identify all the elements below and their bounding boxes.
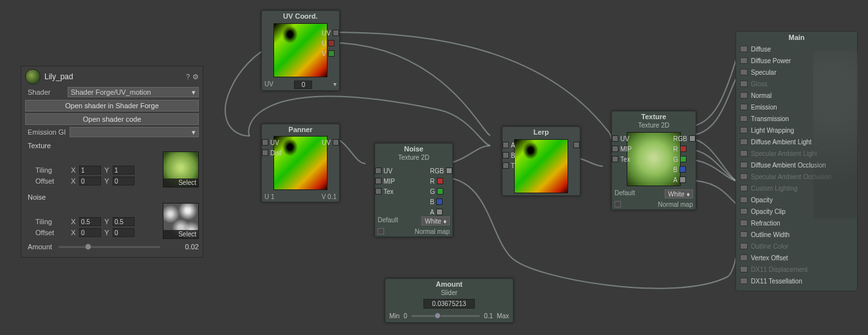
amount-value[interactable]: 0.02 <box>167 243 199 251</box>
node-texture[interactable]: Texture Texture 2D UV MIP Tex RGB R G B … <box>611 111 696 210</box>
main-input-light-wrapping[interactable]: Light Wrapping <box>736 124 857 136</box>
texture-offset-x[interactable] <box>79 177 101 186</box>
open-shader-code-button[interactable]: Open shader code <box>25 113 199 125</box>
port-pin[interactable] <box>740 92 748 99</box>
material-thumbnail[interactable] <box>25 69 41 84</box>
gear-icon[interactable]: ⚙ <box>192 73 199 81</box>
port-pin[interactable] <box>740 173 748 180</box>
main-input-opacity[interactable]: Opacity <box>736 194 857 206</box>
texture-normalmap-checkbox[interactable] <box>614 201 621 207</box>
main-input-gloss[interactable]: Gloss <box>736 78 857 90</box>
noise-default-select[interactable]: White♦ <box>421 216 450 225</box>
node-noise[interactable]: Noise Texture 2D UV MIP Tex RGB R G B A … <box>374 143 453 237</box>
open-in-forge-button[interactable]: Open shader in Shader Forge <box>25 100 199 111</box>
port-pin[interactable] <box>740 115 748 122</box>
amount-label: Amount <box>28 243 52 251</box>
help-icon[interactable]: ? <box>186 73 190 81</box>
port-pin[interactable] <box>740 127 748 133</box>
port-pin[interactable] <box>740 278 748 284</box>
material-name: Lily_pad <box>44 72 182 81</box>
node-amount[interactable]: Amount Slider 0.03675213 Min 0 0.1 Max <box>385 278 513 323</box>
main-input-refraction[interactable]: Refraction <box>736 217 857 229</box>
amount-max-field[interactable]: 0.1 <box>484 312 493 320</box>
port-pin[interactable] <box>740 196 748 203</box>
amount-slider[interactable] <box>59 246 160 248</box>
noise-offset-y[interactable] <box>113 228 134 237</box>
inspector-panel: Lily_pad ? ⚙ Shader Shader Forge/UV_moti… <box>21 66 203 258</box>
main-title: Main <box>736 32 857 43</box>
main-input-diffuse-ambient-occlusion[interactable]: Diffuse Ambient Occlusion <box>736 159 857 171</box>
uvcoord-preview <box>273 23 328 77</box>
texture-default-select[interactable]: White♦ <box>665 189 693 198</box>
main-input-custom-lighting[interactable]: Custom Lighting <box>736 182 857 194</box>
tiling-label: Tiling <box>35 166 68 174</box>
main-input-emission[interactable]: Emission <box>736 101 857 113</box>
uvcoord-channel-field[interactable]: 0 <box>294 81 312 89</box>
amount-min-field[interactable]: 0 <box>403 312 407 320</box>
noise-tiling-y[interactable] <box>113 217 134 226</box>
port-pin[interactable] <box>740 231 748 238</box>
port-pin[interactable] <box>740 185 748 191</box>
main-input-outline-width[interactable]: Outline Width <box>736 229 857 240</box>
port-pin[interactable] <box>740 104 748 110</box>
port-pin[interactable] <box>740 162 748 168</box>
chevron-down-icon[interactable]: ▾ <box>333 81 337 89</box>
port-pin[interactable] <box>740 208 748 215</box>
port-pin[interactable] <box>740 69 748 75</box>
port-pin[interactable] <box>740 266 748 273</box>
main-input-diffuse-power[interactable]: Diffuse Power <box>736 55 857 66</box>
main-input-vertex-offset[interactable]: Vertex Offset <box>736 252 857 263</box>
main-input-opacity-clip[interactable]: Opacity Clip <box>736 206 857 217</box>
noise-tiling-x[interactable] <box>79 217 101 226</box>
emission-gi-label: Emission GI <box>28 128 66 136</box>
port-pin[interactable] <box>740 81 748 87</box>
noise-normalmap-checkbox[interactable] <box>378 228 384 235</box>
inspector-header-icons: ? ⚙ <box>186 73 199 81</box>
node-panner[interactable]: Panner UV Dist UV U 1 V 0.1 <box>261 124 340 202</box>
port-pin[interactable] <box>740 46 748 52</box>
panner-v-field[interactable]: V 0.1 <box>322 193 337 200</box>
main-input-specular[interactable]: Specular <box>736 66 857 78</box>
emission-gi-select[interactable]: ▾ <box>69 127 199 137</box>
texture-tiling-x[interactable] <box>79 166 101 175</box>
port-pin[interactable] <box>740 254 748 261</box>
port-pin[interactable] <box>740 57 748 64</box>
main-input-transmission[interactable]: Transmission <box>736 113 857 124</box>
noise-texture-slot[interactable]: Select <box>163 203 199 239</box>
amount-node-value[interactable]: 0.03675213 <box>423 299 475 309</box>
texture-slot[interactable]: Select <box>163 151 199 187</box>
amount-node-slider[interactable] <box>411 315 481 317</box>
panner-u-field[interactable]: U 1 <box>264 193 275 200</box>
port-pin[interactable] <box>740 243 748 249</box>
texture-tiling-y[interactable] <box>113 166 134 175</box>
lerp-preview <box>514 139 568 193</box>
node-uv-coord[interactable]: UV Coord. UV U V UV 0 ▾ <box>261 10 340 91</box>
port-pin[interactable] <box>740 220 748 226</box>
main-input-specular-ambient-light[interactable]: Specular Ambient Light <box>736 148 857 159</box>
main-input-diffuse-ambient-light[interactable]: Diffuse Ambient Light <box>736 136 857 148</box>
noise-section-label: Noise <box>25 191 199 203</box>
shader-label: Shader <box>28 88 64 96</box>
main-input-dx11-displacement[interactable]: DX11 Displacement <box>736 263 857 275</box>
main-input-dx11-tessellation[interactable]: DX11 Tessellation <box>736 275 857 287</box>
main-input-diffuse[interactable]: Diffuse <box>736 43 857 55</box>
node-graph-canvas[interactable]: UV Coord. UV U V UV 0 ▾ Panner UV Dist U… <box>212 0 868 335</box>
shader-select[interactable]: Shader Forge/UV_motion▾ <box>68 87 199 97</box>
noise-offset-x[interactable] <box>79 228 101 237</box>
port-pin[interactable] <box>740 139 748 145</box>
main-input-specular-ambient-occlusion[interactable]: Specular Ambient Occlusion <box>736 171 857 182</box>
port-pin[interactable] <box>740 150 748 157</box>
offset-label: Offset <box>35 177 68 185</box>
texture-offset-y[interactable] <box>113 177 134 186</box>
main-input-normal[interactable]: Normal <box>736 90 857 101</box>
chevron-down-icon: ▾ <box>192 128 196 137</box>
chevron-down-icon: ▾ <box>192 88 196 97</box>
texture-section-label: Texture <box>25 140 199 151</box>
main-input-outline-color[interactable]: Outline Color <box>736 240 857 252</box>
node-lerp[interactable]: Lerp A B T <box>502 126 580 196</box>
main-output-node[interactable]: Main DiffuseDiffuse PowerSpecularGlossNo… <box>735 31 858 291</box>
